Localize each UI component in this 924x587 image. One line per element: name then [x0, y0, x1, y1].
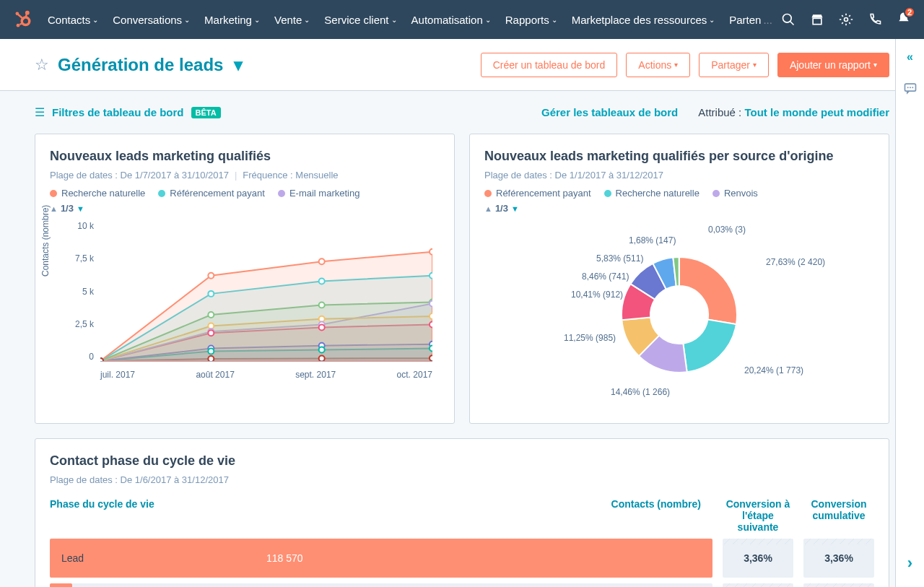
card-subtitle: Plage de dates : De 1/6/2017 à 31/12/201…: [50, 474, 874, 485]
svg-point-44: [208, 356, 214, 361]
nav-item[interactable]: Service client ⌄: [324, 14, 396, 26]
legend-item: Référencement payant: [484, 188, 591, 199]
svg-rect-9: [813, 18, 821, 24]
svg-point-40: [208, 348, 214, 354]
notifications-icon[interactable]: 2: [897, 11, 911, 28]
svg-point-46: [430, 355, 432, 361]
funnel-conv-next: 3,36%: [723, 539, 793, 578]
svg-point-48: [907, 87, 908, 88]
funnel-conv-next: 42,22%: [723, 583, 793, 587]
svg-point-34: [430, 322, 432, 328]
funnel-row: Lead118 5703,36%3,36%: [50, 539, 874, 578]
legend: Référencement payantRecherche naturelleR…: [484, 188, 874, 199]
svg-point-17: [319, 278, 325, 284]
create-dashboard-button[interactable]: Créer un tableau de bord: [481, 53, 618, 77]
svg-point-49: [910, 87, 911, 88]
nav-item[interactable]: Vente ⌄: [274, 14, 310, 26]
card-subtitle: Plage de dates : De 1/1/2017 à 31/12/201…: [484, 170, 874, 181]
card-title: Nouveaux leads marketing qualifiés: [50, 149, 440, 164]
legend-item: Référencement payant: [158, 188, 265, 199]
svg-point-7: [783, 14, 792, 23]
svg-point-20: [208, 312, 214, 318]
chevron-down-icon: ▾: [229, 55, 243, 74]
nav-item[interactable]: Contacts ⌄: [48, 14, 98, 26]
svg-point-26: [430, 313, 432, 319]
card-funnel: Contact phase du cycle de vie Plage de d…: [35, 438, 889, 587]
search-icon[interactable]: [781, 12, 796, 27]
svg-point-16: [208, 291, 214, 297]
collapse-icon[interactable]: «: [907, 51, 913, 64]
svg-point-1: [25, 11, 30, 15]
toolbar: ☰ Filtres de tableau de bord BÊTA Gérer …: [35, 105, 889, 119]
marketplace-icon[interactable]: [810, 12, 824, 27]
legend-item: E-mail marketing: [278, 188, 360, 199]
page-title[interactable]: Génération de leads ▾: [58, 55, 243, 75]
assigned-value[interactable]: Tout le monde peut modifier: [744, 106, 889, 118]
svg-point-50: [912, 87, 913, 88]
donut-slice-label: 0,03% (3): [708, 225, 746, 235]
actions-button[interactable]: Actions▾: [626, 53, 690, 77]
nav-item[interactable]: Rapports ⌄: [505, 14, 557, 26]
svg-point-45: [319, 356, 325, 361]
svg-line-5: [26, 14, 27, 18]
legend-pager[interactable]: ▲1/3▼: [484, 203, 874, 214]
hubspot-logo-icon[interactable]: [13, 9, 33, 30]
svg-point-13: [319, 258, 325, 264]
svg-point-21: [319, 302, 325, 308]
nav-item[interactable]: Marketing ⌄: [204, 14, 260, 26]
funnel-conv-cum: 3,36%: [803, 539, 874, 578]
svg-line-8: [790, 22, 794, 25]
add-report-button[interactable]: Ajouter un rapport▾: [777, 53, 889, 77]
funnel-row: Lead qualifié par le marketing3 98442,22…: [50, 583, 874, 587]
donut-slice-label: 1,68% (147): [629, 235, 676, 245]
svg-point-14: [430, 249, 432, 255]
svg-point-33: [319, 324, 325, 330]
donut-slice-label: 20,24% (1 773): [744, 365, 803, 375]
funnel-phase: Lead: [50, 552, 84, 564]
donut-chart: 0,03% (3)1,68% (147)5,83% (511)8,46% (74…: [484, 221, 874, 409]
svg-point-10: [845, 18, 848, 22]
nav-item[interactable]: Marketplace des ressources ⌄: [572, 14, 715, 26]
manage-dashboards-link[interactable]: Gérer les tableaux de bord: [541, 106, 678, 118]
legend-item: Recherche naturelle: [50, 188, 145, 199]
filter-icon[interactable]: ☰: [35, 105, 45, 119]
svg-point-43: [100, 358, 103, 361]
nav-item[interactable]: Conversations ⌄: [113, 14, 190, 26]
card-title: Nouveaux leads marketing qualifiés per s…: [484, 149, 874, 164]
donut-slice-label: 5,83% (511): [596, 253, 643, 264]
donut-slice-label: 10,41% (912): [571, 290, 623, 300]
nav-item[interactable]: Parten...: [729, 14, 772, 26]
donut-slice-label: 11,25% (985): [564, 333, 616, 343]
card-line-chart: Nouveaux leads marketing qualifiés Plage…: [35, 134, 455, 424]
top-nav: Contacts ⌄Conversations ⌄Marketing ⌄Vent…: [0, 0, 924, 39]
beta-badge: BÊTA: [191, 107, 221, 118]
legend-item: Renvois: [712, 188, 758, 199]
favorite-star-icon[interactable]: ☆: [35, 56, 49, 74]
phone-icon[interactable]: [868, 12, 882, 27]
comment-icon[interactable]: [903, 81, 918, 95]
gear-icon[interactable]: [839, 12, 853, 27]
svg-point-32: [208, 330, 214, 336]
donut-slice-label: 27,63% (2 420): [766, 257, 825, 267]
page-header: ☆ Génération de leads ▾ Créer un tableau…: [0, 39, 924, 91]
svg-point-18: [430, 273, 432, 279]
legend-pager[interactable]: ▲1/3▼: [50, 203, 440, 214]
funnel-header: Phase du cycle de vie Contacts (nombre) …: [50, 492, 874, 539]
expand-icon[interactable]: ›: [907, 554, 912, 573]
funnel-conv-cum: 1,42%: [803, 583, 874, 587]
donut-slice-label: 14,46% (1 266): [611, 387, 670, 397]
funnel-value: 118 570: [266, 552, 315, 564]
card-subtitle: Plage de dates : De 1/7/2017 à 31/10/201…: [50, 170, 440, 181]
share-button[interactable]: Partager▾: [699, 53, 769, 77]
svg-point-2: [17, 24, 20, 27]
card-donut-chart: Nouveaux leads marketing qualifiés per s…: [469, 134, 889, 424]
svg-point-25: [319, 316, 325, 322]
donut-slice-label: 8,46% (741): [582, 271, 629, 282]
dashboard-filters-link[interactable]: Filtres de tableau de bord: [52, 106, 184, 118]
svg-point-30: [430, 300, 432, 306]
legend-item: Recherche naturelle: [604, 188, 699, 199]
dashboard-content: ☰ Filtres de tableau de bord BÊTA Gérer …: [0, 91, 924, 587]
nav-item[interactable]: Automatisation ⌄: [411, 14, 491, 26]
svg-point-42: [430, 346, 432, 352]
legend: Recherche naturelleRéférencement payantE…: [50, 188, 440, 199]
